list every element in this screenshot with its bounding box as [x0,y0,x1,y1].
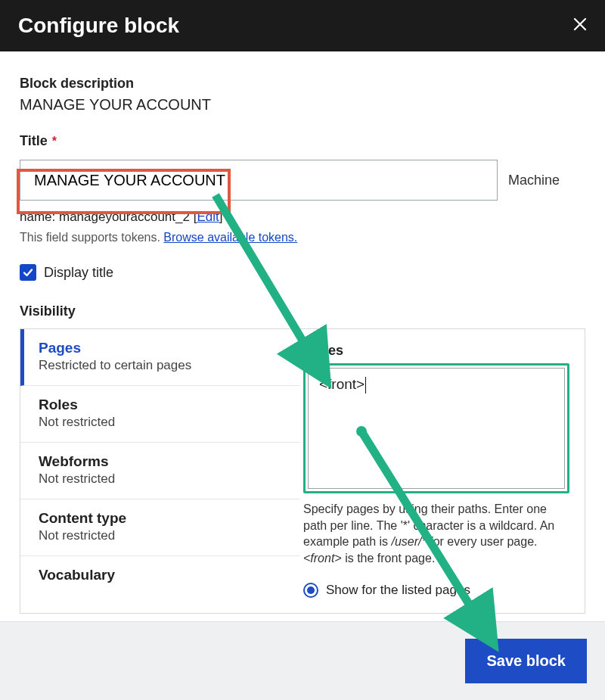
tab-pages-sub: Restricted to certain pages [39,358,282,373]
machine-name-edit-wrap: [Edit] [194,210,223,224]
browse-tokens-link[interactable]: Browse available tokens. [163,231,297,244]
tab-roles[interactable]: Roles Not restricted [20,386,300,443]
configure-block-modal: Configure block Block description MANAGE… [0,0,605,700]
tab-webforms-sub: Not restricted [39,471,282,487]
tab-vocabulary[interactable]: Vocabulary [20,556,300,597]
tab-content-type-title: Content type [39,510,282,527]
pages-radio-show[interactable]: Show for the listed pages [303,583,569,598]
modal-header: Configure block [0,0,605,51]
tab-content-type-sub: Not restricted [39,528,282,543]
pages-help-path2: <front> [303,552,342,565]
display-title-label: Display title [44,265,113,281]
block-description-value: MANAGE YOUR ACCOUNT [20,96,585,114]
pages-textarea[interactable]: <front> [308,368,565,489]
machine-name-label: Machine [508,173,560,188]
tab-webforms-title: Webforms [39,453,282,470]
pages-field-label: Pages [303,343,569,359]
pages-help-path1: /user/* [392,535,427,548]
pages-textarea-value: <front> [319,376,365,392]
title-label: Title [20,133,48,149]
tokens-help: This field supports tokens. Browse avail… [20,231,585,244]
pages-help-mid: for every user page. [427,535,538,548]
modal-footer: Save block [0,621,605,700]
tab-webforms[interactable]: Webforms Not restricted [20,443,300,499]
visibility-panel: Pages Restricted to certain pages Roles … [20,328,585,614]
tab-pages-title: Pages [39,340,282,356]
checkmark-icon [22,266,34,278]
tab-content-pages: Pages <front> Specify pages by using the… [300,329,585,613]
pages-help-text: Specify pages by using their paths. Ente… [303,501,569,566]
edit-machine-name-link[interactable]: Edit [197,210,219,224]
block-description-label: Block description [20,76,585,92]
save-block-button[interactable]: Save block [465,639,587,683]
annotation-pages-highlight: <front> [303,363,569,493]
display-title-row[interactable]: Display title [20,264,585,281]
close-icon [573,17,587,31]
tab-roles-sub: Not restricted [39,415,282,430]
close-button[interactable] [573,17,587,35]
machine-name-line: name: manageyouraccount_2 [Edit] [20,210,585,225]
modal-title: Configure block [18,14,179,38]
tab-vocabulary-title: Vocabulary [39,567,282,583]
pages-help-post: is the front page. [342,552,436,565]
tokens-text: This field supports tokens. [20,231,160,244]
pages-radio-show-label: Show for the listed pages [326,583,470,598]
radio-selected-icon [303,583,318,598]
title-input[interactable] [20,160,498,201]
machine-name-prefix: name: [20,210,59,224]
tab-roles-title: Roles [39,397,282,413]
tab-pages[interactable]: Pages Restricted to certain pages [20,329,300,386]
required-marker: * [52,135,57,148]
display-title-checkbox[interactable] [20,264,36,281]
visibility-tabs: Pages Restricted to certain pages Roles … [20,329,300,613]
tab-content-type[interactable]: Content type Not restricted [20,499,300,556]
machine-name-value: manageyouraccount_2 [59,210,190,224]
text-caret [365,377,366,394]
modal-content[interactable]: Block description MANAGE YOUR ACCOUNT Ti… [0,51,605,621]
visibility-label: Visibility [20,303,585,319]
